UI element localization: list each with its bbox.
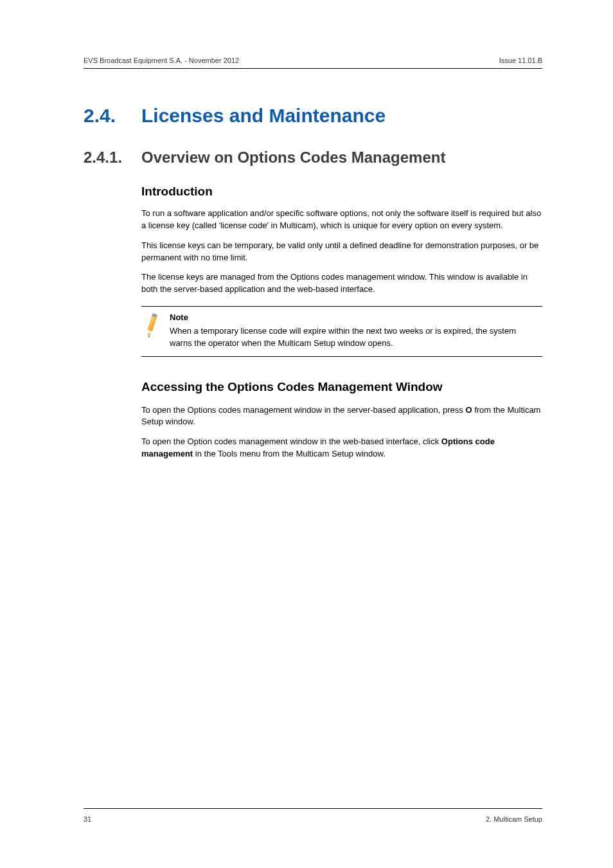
section-number: 2.4.1. <box>84 149 141 167</box>
intro-paragraph-1: To run a software application and/or spe… <box>141 208 542 232</box>
access-p2-c: in the Tools menu from the Multicam Setu… <box>193 449 386 458</box>
body-content: Introduction To run a software applicati… <box>141 185 542 460</box>
access-p1-key: O <box>465 405 472 415</box>
header-left: EVS Broadcast Equipment S.A. - November … <box>84 57 239 64</box>
access-p2-a: To open the Option codes management wind… <box>141 437 441 446</box>
note-callout: Note When a temporary license code will … <box>141 306 542 357</box>
chapter-title: Licenses and Maintenance <box>141 105 386 127</box>
intro-paragraph-3: The license keys are managed from the Op… <box>141 271 542 296</box>
access-paragraph-2: To open the Option codes management wind… <box>141 436 542 460</box>
pencil-icon <box>144 312 161 350</box>
introduction-heading: Introduction <box>141 185 542 199</box>
footer-page-number: 31 <box>84 815 91 823</box>
section-title: Overview on Options Codes Management <box>141 149 445 167</box>
page-content: EVS Broadcast Equipment S.A. - November … <box>0 0 613 460</box>
access-paragraph-1: To open the Options codes management win… <box>141 404 542 429</box>
header-right: Issue 11.01.B <box>499 57 542 64</box>
footer-section-label: 2. Multicam Setup <box>486 815 542 823</box>
note-label: Note <box>170 312 537 324</box>
note-text: Note When a temporary license code will … <box>170 312 537 350</box>
chapter-heading: 2.4. Licenses and Maintenance <box>84 105 542 127</box>
page-header: EVS Broadcast Equipment S.A. - November … <box>84 57 542 69</box>
intro-paragraph-2: This license keys can be temporary, be v… <box>141 240 542 264</box>
note-body: When a temporary license code will expir… <box>170 326 516 348</box>
page-footer: 31 2. Multicam Setup <box>84 808 542 823</box>
access-p1-a: To open the Options codes management win… <box>141 405 465 415</box>
chapter-number: 2.4. <box>84 105 141 127</box>
section-heading: 2.4.1. Overview on Options Codes Managem… <box>84 149 542 167</box>
accessing-heading: Accessing the Options Codes Management W… <box>141 380 542 394</box>
